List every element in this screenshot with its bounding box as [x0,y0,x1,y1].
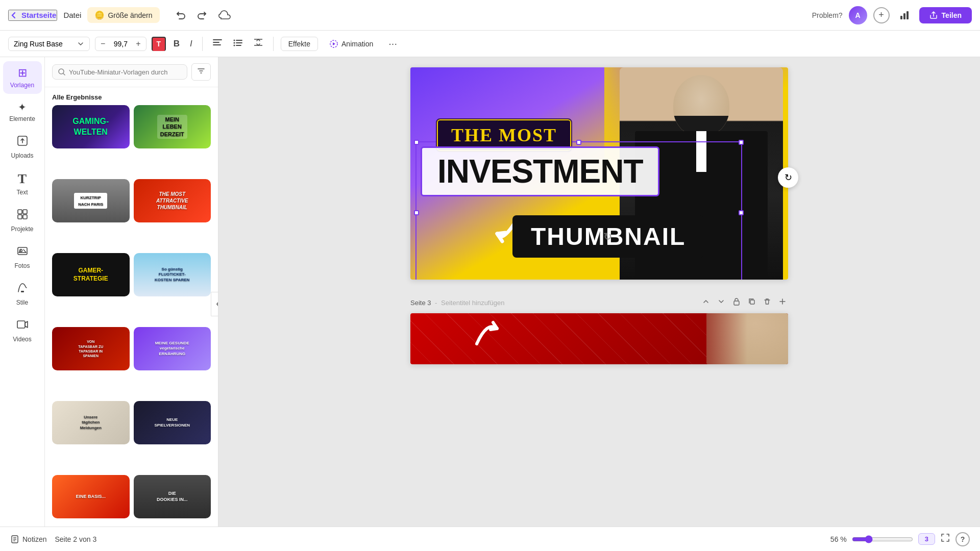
svg-rect-19 [23,215,27,219]
page3-collapse-button[interactable] [700,296,712,309]
svg-rect-23 [17,321,25,328]
template-card-9[interactable]: UnseretäglichenMeldungen [52,401,130,444]
shirt-tie [696,131,706,172]
bottom-bar: Notizen Seite 2 von 3 56 % 3 ? [0,527,980,551]
projekte-icon [16,208,29,223]
template-card-3[interactable]: KURZTRIPNACH PARIS [52,179,130,222]
text-color-button[interactable]: T [152,37,166,51]
page3-number: Seite 3 - Seitentitel hinzufügen [410,299,504,307]
template-card-5[interactable]: GAMER-STRATEGIE [52,253,130,296]
animation-label: Animation [341,40,373,48]
sidebar-item-vorlagen[interactable]: ⊞ Vorlagen [3,61,42,94]
stile-icon [16,282,29,297]
back-icon [9,11,18,20]
more-options-button[interactable]: ··· [384,36,401,52]
add-icon [778,297,787,306]
page-indicator: Seite 2 von 3 [55,535,96,543]
notes-button[interactable]: Notizen [10,535,46,544]
svg-rect-1 [903,13,905,19]
text-color-t-icon: T [153,38,165,50]
share-icon [929,11,938,19]
refresh-icon: ↻ [785,172,792,183]
spacing-button[interactable] [251,35,266,52]
svg-rect-16 [18,210,22,214]
animation-button[interactable]: Animation [323,37,379,51]
page3-expand-button[interactable] [716,296,727,309]
template-card-2[interactable]: MEINLEBENDERZEIT [134,105,211,148]
template-card-1[interactable]: GAMING-WELTEN [52,105,130,148]
template-card-12[interactable]: DIEDOOKIES IN... [134,475,211,518]
sidebar-label-fotos: Fotos [14,262,30,269]
page3-arrow [472,318,502,351]
canvas-page-2[interactable]: THE MOST INVESTMENT THUMBNAIL ↻ [410,67,788,280]
sidebar-label-uploads: Uploads [11,152,33,159]
list-button[interactable] [230,35,246,52]
font-name-label: Zing Rust Base [14,40,63,48]
sidebar-item-stile[interactable]: Stile [3,277,42,311]
problem-link[interactable]: Problem? [812,11,843,19]
resize-label: Größe ändern [108,11,152,19]
page3-delete-button[interactable] [762,296,773,309]
resize-button[interactable]: 🪙 Größe ändern [87,7,159,23]
chevron-down-icon [77,40,84,47]
search-icon [58,68,66,76]
bold-button[interactable]: B [171,36,182,52]
filter-button[interactable] [191,63,211,81]
text-thumbnail[interactable]: THUMBNAIL ↻ [512,215,704,258]
page3-subtitle[interactable]: Seitentitel hinzufügen [441,299,504,307]
filter-icon [197,67,205,75]
stats-button[interactable] [896,7,913,24]
page3-lock-button[interactable] [731,296,742,309]
videos-icon [16,318,29,334]
align-left-button[interactable] [210,35,225,52]
page-num-badge: 3 [918,533,935,545]
sidebar-item-text[interactable]: T Text [3,166,42,201]
sidebar-item-elemente[interactable]: ✦ Elemente [3,96,42,128]
font-size-decrease[interactable]: − [97,38,108,49]
font-selector[interactable]: Zing Rust Base [8,37,90,51]
template-card-11[interactable]: EINE BASIS... [52,475,130,518]
canvas-refresh-button[interactable]: ↻ [778,167,798,188]
template-card-10[interactable]: NEUESPIELVERSIONEN [134,401,211,444]
add-profile-button[interactable]: + [873,7,890,23]
fullscreen-button[interactable] [940,533,950,545]
chevron-down-icon-2 [717,297,725,306]
sidebar-item-uploads[interactable]: Uploads [3,130,42,164]
top-bar-left: Startseite Datei 🪙 Größe ändern [8,7,160,23]
hide-panel-button[interactable] [211,292,218,316]
toolbar-separator-1 [202,37,203,51]
undo-button[interactable] [172,7,189,24]
save-cloud-button[interactable] [215,7,234,24]
canvas-page-3[interactable] [410,313,788,364]
help-button[interactable]: ? [955,532,970,546]
effekte-button[interactable]: Effekte [281,37,318,51]
back-label: Startseite [21,11,56,19]
top-bar-right: Problem? A + Teilen [812,6,972,24]
page3-duplicate-button[interactable] [746,296,757,309]
italic-button[interactable]: I [187,36,195,52]
svg-point-8 [233,42,235,44]
file-link[interactable]: Datei [63,11,81,19]
text-investment[interactable]: INVESTMENT [421,146,659,196]
template-card-4[interactable]: THE MOSTATTRACTIVETHUMBNAIL [134,179,211,222]
redo-button[interactable] [193,7,211,24]
page3-add-button[interactable] [777,296,788,309]
sidebar-item-fotos[interactable]: Fotos [3,240,42,274]
avatar[interactable]: A [849,6,867,24]
search-input-wrap [52,64,187,80]
zoom-slider[interactable] [852,535,913,543]
sidebar-item-videos[interactable]: Videos [3,313,42,348]
template-card-7[interactable]: VONTAPASBAR ZUTAPASBAR INSPANIEN [52,327,130,370]
template-card-8[interactable]: MEINE GESUNDEvegetarischeERNÄHRUNG [134,327,211,370]
list-icon [233,38,243,47]
sidebar-item-projekte[interactable]: Projekte [3,203,42,238]
canvas-page-label-3: Seite 3 - Seitentitel hinzufügen [410,292,788,313]
notes-icon [10,535,19,544]
share-button[interactable]: Teilen [919,7,972,23]
canvas-area: THE MOST INVESTMENT THUMBNAIL ↻ ↻ [218,57,980,551]
search-input[interactable] [69,68,182,76]
font-size-increase[interactable]: + [133,38,143,49]
svg-point-6 [233,40,235,41]
back-button[interactable]: Startseite [8,10,57,21]
template-card-6[interactable]: So günstigFLUGTICKET-KOSTEN SPAREN [134,253,211,296]
